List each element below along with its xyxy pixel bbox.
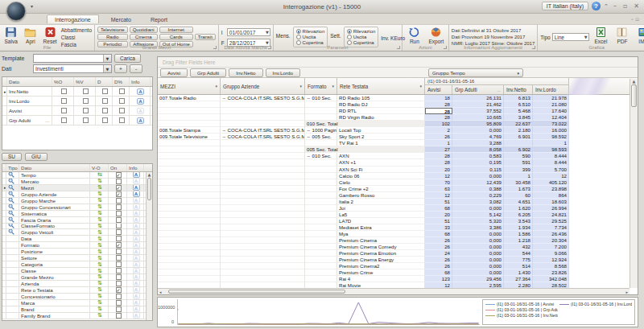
cell-inv-netto[interactable]: 3.543 [504,218,533,224]
dimension-row[interactable]: ▸Mezzi⇅✓A [2,185,152,191]
grid-row[interactable]: Premium Cinema2260,0005148.568 [158,263,638,269]
grid-horizontal-scrollbar[interactable]: ◂▸ [158,288,630,294]
dims-header-cell[interactable]: On [109,164,127,171]
checkbox-unchecked[interactable] [102,117,108,123]
cell-gruppo[interactable] [221,212,305,218]
sort-arrows-icon[interactable]: ⇅ [97,249,102,254]
radio-uscita[interactable]: Uscita [296,35,325,39]
cell-mezzi[interactable] [158,192,221,199]
dimension-row[interactable]: Family Brand⇅A [2,313,152,319]
scroll-left-icon[interactable]: ◂ [158,290,162,294]
header-col-grp-adulti[interactable]: Grp Adulti… [452,85,504,94]
cell-rete-testata[interactable]: AXN +1 [337,159,425,166]
grid-vertical-scrollbar[interactable]: ▲ [630,79,638,288]
cell-formato[interactable] [305,224,337,231]
filter-area[interactable]: Drag Filter Fields Here [158,57,638,68]
grid-row[interactable]: −010 Sec.AXN280,5835908.444 [158,153,638,159]
cell-inv-lordo[interactable]: 24.821 [533,212,569,218]
cell-inv-lordo[interactable]: 21.978 [533,95,569,101]
checkbox-unchecked[interactable] [116,224,122,229]
checkbox-unchecked[interactable] [116,211,122,216]
dimension-row[interactable]: Fascia Oraria⇅A [2,217,152,224]
measure-row[interactable]: Inv.LordoA [2,97,152,106]
carica-button[interactable]: Carica [114,54,141,63]
cell-gruppo[interactable] [221,140,305,146]
measures-header-cell[interactable]: Info [130,77,151,86]
info-icon[interactable]: A [133,274,140,280]
sort-arrows-icon[interactable]: ⇅ [97,179,102,184]
img-button[interactable]: IMG [634,26,644,44]
magnifier-icon[interactable] [8,172,14,178]
cell-mezzi[interactable]: 009.Totale Televisione [158,134,221,140]
dimension-row[interactable]: Categoria⇅A [2,261,152,268]
cell-formato[interactable] [305,250,337,257]
cell-rete-testata[interactable]: Rai 4 [337,276,425,282]
cell-avvisi[interactable]: 51 [425,218,452,224]
cell-mezzi[interactable] [158,173,221,179]
dimension-row[interactable]: Data⇅A [2,236,152,242]
sort-arrows-icon[interactable]: ⇅ [97,294,102,299]
cell-inv-lordo[interactable]: 1 [533,140,569,146]
line-chart[interactable] [177,299,480,325]
cell-grp-adulti[interactable]: 0,000 [452,244,504,250]
header-rete-testata[interactable]: Rete Testata▾ [337,78,425,94]
cell-gruppo[interactable] [221,250,305,257]
cell-inv-lordo[interactable]: 16.000 [533,127,569,134]
grid-row[interactable]: Mya680,0001.58626.436 [158,231,638,237]
cell-avvisi[interactable]: 28 [425,153,452,159]
application-menu-orb[interactable] [6,2,26,21]
magnifier-icon[interactable] [8,211,14,216]
cell-grp-adulti[interactable]: 3,082 [452,199,504,205]
cell-inv-netto[interactable]: 3.845 [504,114,533,121]
cell-formato[interactable] [305,114,337,121]
cell-mezzi[interactable] [158,276,221,282]
cell-mezzi[interactable] [158,121,221,127]
ellipsis-button[interactable]: … [45,118,51,123]
cell-gruppo[interactable] [221,179,305,186]
cell-formato[interactable] [305,101,337,108]
cell-gruppo[interactable]: −COCA-COLA IT.SRL SESTO S.G.MI [221,127,305,134]
sort-icon[interactable]: ▾ [419,84,422,88]
magnifier-icon[interactable] [8,179,14,184]
info-icon[interactable]: A [133,211,140,216]
cell-avvisi[interactable]: 26 [425,257,452,263]
checkbox-unchecked[interactable] [116,249,122,254]
cell-gruppo[interactable] [221,237,305,244]
checkbox-checked[interactable]: ✓ [116,191,122,197]
cell-formato[interactable]: −1000 Pagina [305,127,337,134]
dimension-row[interactable]: Settore⇅A [2,255,152,261]
tab-mercato[interactable]: Mercato [104,15,138,23]
cell-avvisi[interactable]: 33 [425,224,452,231]
cell-avvisi[interactable]: 2 [425,127,452,134]
cell-rete-testata[interactable]: Locali Top [337,127,425,134]
grid-row[interactable]: Premium Cinema260,0001.21820.304 [158,237,638,244]
grande-mezzo-transit[interactable]: Transit [195,34,216,40]
dimension-row[interactable]: Classe⇅A [2,268,152,274]
grid-row[interactable]: 009.Totale Televisione−COCA-COLA IT.SRL … [158,134,638,140]
cell-formato[interactable] [305,179,337,186]
cell-gruppo[interactable] [221,244,305,250]
measures-header-cell[interactable]: %V [74,77,96,86]
tipo-dropdown-icon[interactable]: ▼ [584,35,588,39]
grid-row[interactable]: Premium Cinema Emotion240,0005449.066 [158,250,638,257]
cell-gruppo[interactable] [221,121,305,127]
cell-inv-netto[interactable]: 544 [504,250,533,257]
cell-grp-adulti[interactable]: 4,769 [452,134,504,140]
cell-mezzi[interactable]: 007.Totale Radio [158,95,221,101]
checkbox-unchecked[interactable] [102,88,108,94]
cell-inv-lordo[interactable]: 7.200 [533,244,569,250]
scroll-thumb[interactable] [168,290,345,294]
cell-gruppo[interactable] [221,108,305,114]
cell-rete-testata[interactable]: Mya [337,231,425,237]
cell-gruppo[interactable] [221,146,305,153]
minimize-button[interactable]: – [612,2,618,10]
cell-rete-testata[interactable]: AXN Sci Fi [337,167,425,173]
grid-row[interactable]: La5205,1426.20524.821 [158,212,638,218]
sort-arrows-icon[interactable]: ⇅ [97,185,102,191]
cell-mezzi[interactable] [158,146,221,153]
cell-mezzi[interactable]: 008.Totale Stampa [158,127,221,134]
grid-row[interactable]: 010 Sec. Total10295,80922.63773.022 [158,121,638,127]
cell-rete-testata[interactable]: Gambero Rosso [337,192,425,199]
checkbox-unchecked[interactable] [61,88,67,94]
cell-inv-lordo[interactable]: 12 [533,173,569,179]
